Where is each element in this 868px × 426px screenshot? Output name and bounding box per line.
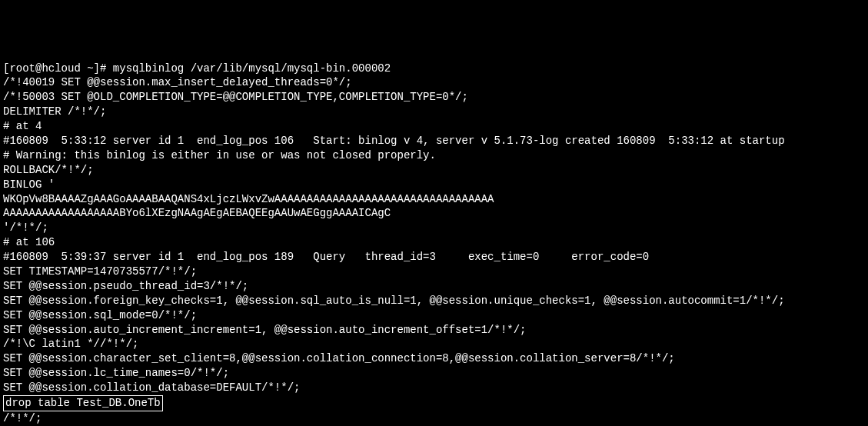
terminal-line: #160809 5:33:12 server id 1 end_log_pos … bbox=[3, 134, 865, 148]
terminal-line: SET @@session.pseudo_thread_id=3/*!*/; bbox=[3, 279, 865, 294]
terminal-line: SET @@session.lc_time_names=0/*!*/; bbox=[3, 366, 865, 381]
terminal-line: # Warning: this binlog is either in use … bbox=[3, 148, 865, 163]
terminal-line: /*!\C latin1 *//*!*/; bbox=[3, 337, 865, 351]
terminal-line: SET @@session.foreign_key_checks=1, @@se… bbox=[3, 294, 865, 308]
terminal-line: /*!*/; bbox=[3, 411, 865, 426]
terminal-line: # at 4 bbox=[3, 119, 865, 134]
terminal-line: SET @@session.collation_database=DEFAULT… bbox=[3, 381, 865, 395]
terminal-line: DELIMITER /*!*/; bbox=[3, 105, 865, 119]
terminal-line: #160809 5:39:37 server id 1 end_log_pos … bbox=[3, 250, 865, 265]
terminal-line: '/*!*/; bbox=[3, 221, 865, 235]
terminal-line: ROLLBACK/*!*/; bbox=[3, 163, 865, 178]
terminal-line: WKOpVw8BAAAAZgAAAGoAAAABAAQANS4xLjczLWxv… bbox=[3, 192, 865, 207]
terminal-line: SET @@session.sql_mode=0/*!*/; bbox=[3, 308, 865, 323]
terminal-line: /*!40019 SET @@session.max_insert_delaye… bbox=[3, 75, 865, 90]
terminal-line: SET @@session.auto_increment_increment=1… bbox=[3, 323, 865, 338]
terminal-line: BINLOG ' bbox=[3, 178, 865, 192]
highlighted-text: drop table Test_DB.OneTb bbox=[3, 395, 163, 411]
terminal-line: SET @@session.character_set_client=8,@@s… bbox=[3, 351, 865, 366]
terminal-line-highlighted: drop table Test_DB.OneTb bbox=[3, 395, 865, 411]
terminal-output[interactable]: [root@hcloud ~]# mysqlbinlog /var/lib/my… bbox=[3, 62, 865, 426]
terminal-line: AAAAAAAAAAAAAAAAAABYo6lXEzgNAAgAEgAEBAQE… bbox=[3, 206, 865, 221]
terminal-line: # at 106 bbox=[3, 235, 865, 250]
terminal-line: SET TIMESTAMP=1470735577/*!*/; bbox=[3, 265, 865, 279]
terminal-line: [root@hcloud ~]# mysqlbinlog /var/lib/my… bbox=[3, 62, 865, 76]
terminal-line: /*!50003 SET @OLD_COMPLETION_TYPE=@@COMP… bbox=[3, 90, 865, 105]
